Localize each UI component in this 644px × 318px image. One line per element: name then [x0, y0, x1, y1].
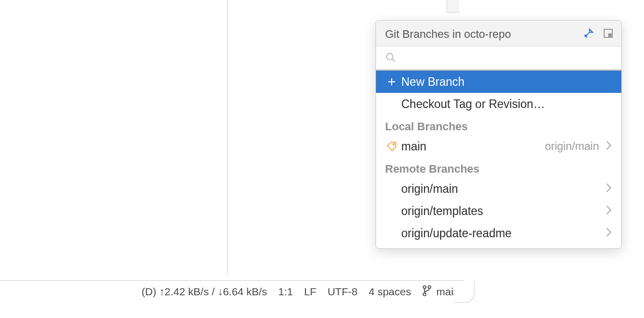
status-bar-corner: [454, 281, 474, 303]
editor-split-divider[interactable]: [227, 0, 228, 275]
svg-point-0: [423, 286, 426, 288]
remote-branch-name: origin/main: [384, 182, 605, 196]
status-encoding[interactable]: UTF-8: [328, 286, 358, 298]
popup-search-row[interactable]: [376, 46, 621, 70]
search-icon: [385, 52, 396, 63]
chevron-right-icon: [605, 140, 612, 153]
remote-branch-origin-main[interactable]: origin/main: [376, 178, 621, 200]
popup-header: Git Branches in octo-repo: [376, 21, 621, 46]
resize-icon[interactable]: [603, 28, 613, 40]
svg-point-1: [428, 286, 431, 288]
branch-search-input[interactable]: [401, 51, 613, 63]
scrollbar-corner: [447, 0, 459, 13]
remote-branches-header: Remote Branches: [376, 157, 621, 178]
git-branch-icon: [422, 285, 432, 299]
chevron-right-icon: [605, 182, 612, 196]
new-branch-label: New Branch: [399, 75, 612, 89]
status-indent[interactable]: 4 spaces: [368, 286, 411, 298]
status-caret-position[interactable]: 1:1: [278, 286, 293, 298]
new-branch-action[interactable]: New Branch: [376, 71, 621, 93]
remote-branch-name: origin/templates: [384, 204, 605, 218]
local-branch-main[interactable]: main origin/main: [376, 135, 621, 157]
local-branch-name: main: [399, 140, 545, 153]
svg-point-2: [423, 293, 426, 295]
plus-icon: [384, 77, 399, 86]
checkout-tag-label: Checkout Tag or Revision…: [399, 97, 612, 111]
status-line-separator[interactable]: LF: [304, 286, 316, 298]
checkout-tag-action[interactable]: Checkout Tag or Revision…: [376, 93, 621, 115]
local-branch-tracking: origin/main: [545, 140, 599, 153]
status-bar: (D) ↑2.42 kB/s / ↓6.64 kB/s 1:1 LF UTF-8…: [0, 280, 464, 303]
chevron-right-icon: [605, 204, 612, 218]
git-branches-popup: Git Branches in octo-repo: [375, 20, 622, 249]
local-branches-header: Local Branches: [376, 115, 621, 135]
chevron-right-icon: [605, 227, 612, 240]
remote-branch-origin-update-readme[interactable]: origin/update-readme: [376, 222, 621, 244]
status-git-branch[interactable]: main: [422, 285, 459, 299]
svg-rect-4: [608, 33, 612, 37]
svg-point-5: [387, 53, 393, 60]
pin-icon[interactable]: [583, 28, 594, 41]
remote-branch-name: origin/update-readme: [384, 227, 605, 240]
svg-point-6: [393, 143, 395, 145]
status-network[interactable]: (D) ↑2.42 kB/s / ↓6.64 kB/s: [142, 286, 267, 298]
popup-title: Git Branches in octo-repo: [385, 28, 583, 41]
remote-branch-origin-templates[interactable]: origin/templates: [376, 200, 621, 222]
tag-icon: [384, 141, 399, 152]
